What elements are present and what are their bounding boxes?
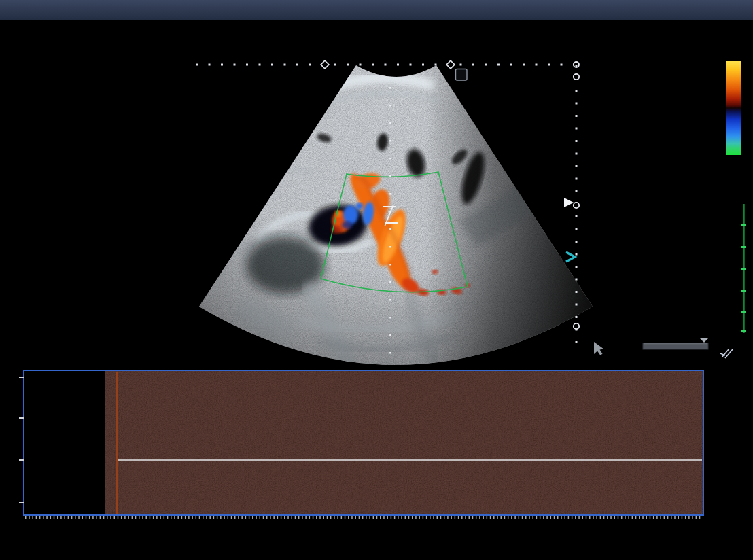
ultrasound-fan: [177, 48, 625, 394]
steer-marker[interactable]: [566, 252, 575, 262]
spectral-display: [19, 370, 703, 518]
spectral-noise: [118, 371, 703, 514]
focus-marker[interactable]: [564, 198, 574, 207]
ruler-diamond: [321, 60, 329, 69]
probe-orientation-icon: [456, 69, 468, 81]
angle-caliper-icon: [720, 349, 733, 358]
focal-depth-scale: [741, 204, 746, 333]
color-scale-bar: [726, 61, 741, 155]
velocity-colorbar: [726, 61, 741, 155]
ultrasound-screen: [0, 0, 753, 560]
ruler-diamond: [446, 60, 455, 69]
velocity-axis: [19, 377, 24, 502]
frame-slider-thumb[interactable]: [699, 338, 709, 343]
cursor-arrow-icon: [594, 342, 604, 355]
width-ruler: [196, 60, 579, 69]
frame-slider[interactable]: [594, 338, 709, 355]
main-display-svg: [0, 0, 753, 560]
